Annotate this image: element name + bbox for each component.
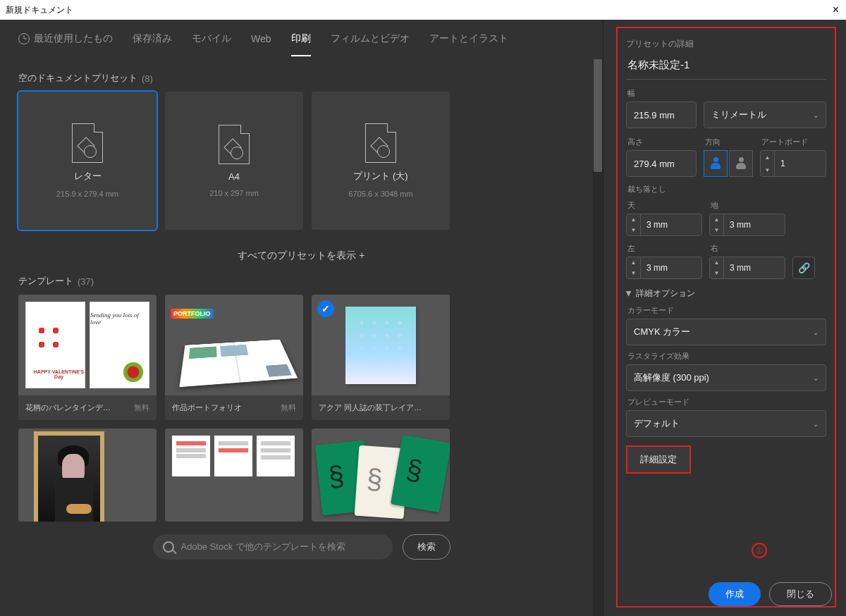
- chevron-down-icon: ⌄: [813, 420, 819, 428]
- preset-print-large[interactable]: プリント (大) 6705.6 x 3048 mm: [312, 92, 450, 230]
- bleed-bottom-stepper[interactable]: ▲▼3 mm: [709, 214, 785, 236]
- tab-print[interactable]: 印刷: [291, 32, 311, 56]
- titlebar: 新規ドキュメント ×: [0, 0, 846, 20]
- chevron-down-icon: ▶: [625, 291, 633, 297]
- units-select[interactable]: ミリメートル ⌄: [704, 101, 826, 128]
- chevron-down-icon: ⌄: [813, 111, 819, 119]
- bleed-right-stepper[interactable]: ▲▼3 mm: [709, 257, 785, 279]
- bleed-left-stepper[interactable]: ▲▼3 mm: [626, 257, 702, 279]
- panel-title: プリセットの詳細: [626, 38, 826, 50]
- search-icon: [163, 541, 174, 553]
- chevron-down-icon: ⌄: [813, 328, 819, 336]
- orientation-portrait[interactable]: [704, 150, 728, 177]
- raster-effects-select[interactable]: 高解像度 (300 ppi) ⌄: [626, 364, 826, 391]
- window-title: 新規ドキュメント: [6, 4, 73, 16]
- scrollbar[interactable]: [593, 59, 603, 616]
- orientation-landscape[interactable]: [729, 150, 753, 177]
- check-icon: ✓: [317, 300, 334, 317]
- template-valentine[interactable]: HAPPY VALENTINE'S Day Sending you lots o…: [18, 295, 157, 420]
- close-button[interactable]: 閉じる: [769, 582, 832, 606]
- template-portrait[interactable]: [18, 429, 157, 522]
- step-down-icon[interactable]: ▼: [761, 164, 774, 176]
- page-icon: [72, 123, 103, 163]
- preview-mode-select[interactable]: デフォルト ⌄: [626, 410, 826, 437]
- templates-heading: テンプレート (37): [18, 275, 584, 288]
- height-input[interactable]: 279.4 mm: [626, 150, 697, 177]
- template-branding[interactable]: [165, 429, 303, 522]
- template-aqua[interactable]: ✓ アクア 同人誌の装丁レイア…: [312, 295, 450, 420]
- color-mode-select[interactable]: CMYK カラー ⌄: [626, 319, 826, 345]
- close-icon[interactable]: ×: [833, 4, 839, 16]
- clock-icon: [18, 33, 30, 44]
- tab-art[interactable]: アートとイラスト: [429, 32, 508, 56]
- preset-letter[interactable]: レター 215.9 x 279.4 mm: [18, 92, 157, 230]
- artboard-stepper[interactable]: ▲▼ 1: [760, 150, 826, 177]
- tab-recent[interactable]: 最近使用したもの: [18, 32, 113, 56]
- template-portfolio[interactable]: PORTFOLIO 作品ポートフォリオ無料: [165, 295, 303, 420]
- step-up-icon[interactable]: ▲: [761, 151, 774, 164]
- page-icon: [365, 123, 396, 163]
- document-name-input[interactable]: 名称未設定-1: [626, 56, 826, 80]
- category-tabs: 最近使用したもの 保存済み モバイル Web 印刷 フィルムとビデオ アートとイ…: [0, 20, 603, 59]
- annotation-marker-1: ①: [752, 543, 767, 558]
- chevron-down-icon: ⌄: [813, 374, 819, 382]
- search-button[interactable]: 検索: [403, 534, 450, 560]
- blank-presets-heading: 空のドキュメントプリセット (8): [18, 72, 584, 85]
- tab-web[interactable]: Web: [251, 33, 271, 56]
- tab-film[interactable]: フィルムとビデオ: [331, 32, 410, 56]
- tab-mobile[interactable]: モバイル: [192, 32, 231, 56]
- tab-saved[interactable]: 保存済み: [133, 32, 172, 56]
- show-all-presets[interactable]: すべてのプリセットを表示 +: [18, 250, 584, 262]
- page-icon: [219, 125, 250, 164]
- width-input[interactable]: 215.9 mm: [626, 101, 697, 128]
- more-settings-button[interactable]: 詳細設定: [626, 445, 691, 474]
- preset-details-panel: プリセットの詳細 名称未設定-1 幅 215.9 mm ミリメートル ⌄ 高さ …: [603, 20, 846, 616]
- bleed-top-stepper[interactable]: ▲▼3 mm: [626, 214, 702, 236]
- create-button[interactable]: 作成: [709, 582, 761, 606]
- advanced-options-toggle[interactable]: ▶ 詳細オプション: [626, 288, 826, 300]
- link-bleed-button[interactable]: 🔗: [792, 257, 815, 279]
- template-cards[interactable]: § § §: [312, 429, 450, 522]
- preset-a4[interactable]: A4 210 x 297 mm: [165, 92, 303, 230]
- search-input[interactable]: Adobe Stock で他のテンプレートを検索: [153, 534, 393, 560]
